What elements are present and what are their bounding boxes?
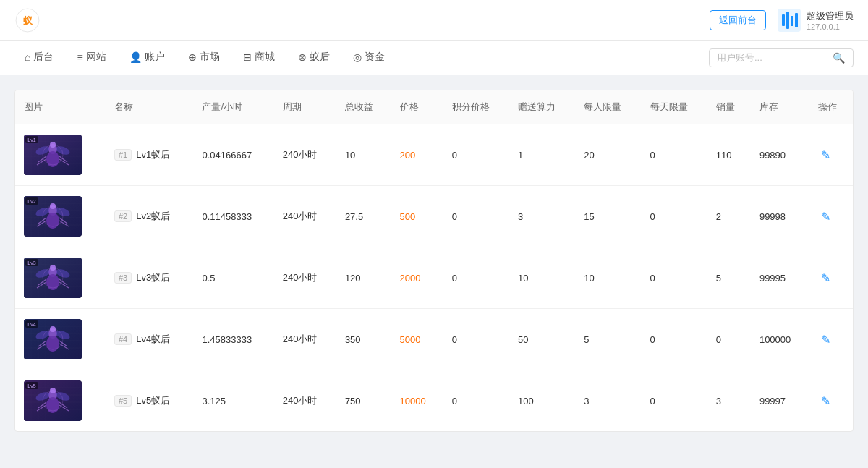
cell-cycle: 240小时 bbox=[274, 124, 336, 186]
cell-income: 120 bbox=[336, 247, 391, 309]
ant-icon: ⊛ bbox=[298, 51, 307, 63]
cell-daily-limit: 0 bbox=[642, 370, 707, 432]
nav-item-dashboard[interactable]: ⌂ 后台 bbox=[14, 41, 64, 75]
cell-income: 10 bbox=[336, 124, 391, 186]
svg-text:Lv1: Lv1 bbox=[27, 137, 35, 142]
item-badge: #1 bbox=[114, 149, 132, 161]
cell-price: 5000 bbox=[391, 309, 443, 370]
item-name-text: Lv4蚁后 bbox=[136, 333, 170, 346]
nav-item-shop[interactable]: ⊟ 商城 bbox=[233, 41, 285, 75]
cell-production: 3.125 bbox=[193, 370, 273, 432]
cell-image: Lv4 bbox=[15, 309, 106, 370]
search-input[interactable] bbox=[717, 52, 833, 63]
table-row: Lv3 #3 Lv3蚁后 0.5 240小时 120 2000 0 10 10 … bbox=[15, 247, 853, 309]
svg-rect-5 bbox=[791, 16, 793, 26]
product-image: Lv1 bbox=[24, 135, 82, 175]
cell-points-price: 0 bbox=[443, 247, 509, 309]
cell-points-price: 0 bbox=[443, 309, 509, 370]
col-production: 产量/小时 bbox=[193, 90, 273, 124]
edit-button[interactable]: ✎ bbox=[818, 330, 833, 349]
logo-icon: 蚁 bbox=[14, 7, 41, 33]
cell-price: 10000 bbox=[391, 370, 443, 432]
product-image: Lv4 bbox=[24, 319, 82, 359]
cell-action[interactable]: ✎ bbox=[809, 370, 853, 432]
item-badge: #3 bbox=[114, 272, 132, 284]
back-button[interactable]: 返回前台 bbox=[710, 10, 766, 30]
nav-item-funds[interactable]: ◎ 资金 bbox=[343, 41, 395, 75]
cell-bonus-power: 1 bbox=[509, 124, 575, 186]
item-name-text: Lv3蚁后 bbox=[136, 271, 170, 284]
cell-price: 200 bbox=[391, 124, 443, 186]
col-bonus: 赠送算力 bbox=[509, 90, 575, 124]
cell-action[interactable]: ✎ bbox=[809, 124, 853, 186]
cell-bonus-power: 3 bbox=[509, 186, 575, 247]
svg-text:Lv4: Lv4 bbox=[27, 322, 35, 327]
cell-stock: 99995 bbox=[751, 247, 809, 309]
cell-action[interactable]: ✎ bbox=[809, 309, 853, 370]
col-action: 操作 bbox=[809, 90, 853, 124]
svg-rect-6 bbox=[795, 13, 798, 27]
cell-image: Lv3 bbox=[15, 247, 106, 309]
svg-text:Lv5: Lv5 bbox=[27, 383, 35, 388]
svg-text:Lv3: Lv3 bbox=[27, 260, 35, 265]
cell-sales: 110 bbox=[707, 124, 751, 186]
search-icon: 🔍 bbox=[833, 52, 845, 64]
cell-per-person: 15 bbox=[575, 186, 641, 247]
item-name-text: Lv5蚁后 bbox=[136, 394, 170, 407]
admin-text: 超级管理员 127.0.0.1 bbox=[807, 9, 854, 31]
svg-point-56 bbox=[46, 274, 59, 290]
nav-label-market: 市场 bbox=[200, 51, 220, 64]
menu-icon: ≡ bbox=[77, 51, 82, 63]
svg-rect-4 bbox=[786, 12, 789, 29]
data-card: 图片 名称 产量/小时 周期 总收益 价格 积分价格 赠送算力 每人限量 每天限… bbox=[14, 90, 854, 432]
product-image: Lv2 bbox=[24, 196, 82, 237]
cell-production: 1.45833333 bbox=[193, 309, 273, 370]
cell-cycle: 240小时 bbox=[274, 370, 336, 432]
svg-text:Lv2: Lv2 bbox=[27, 199, 35, 204]
nav-label-dashboard: 后台 bbox=[33, 51, 54, 64]
cell-name: #2 Lv2蚁后 bbox=[106, 186, 194, 247]
user-icon: 👤 bbox=[129, 51, 142, 63]
svg-text:蚁: 蚁 bbox=[23, 15, 33, 26]
svg-point-96 bbox=[46, 397, 59, 413]
products-table: 图片 名称 产量/小时 周期 总收益 价格 积分价格 赠送算力 每人限量 每天限… bbox=[15, 90, 853, 431]
cell-sales: 2 bbox=[707, 186, 751, 247]
product-image: Lv3 bbox=[24, 258, 82, 298]
edit-button[interactable]: ✎ bbox=[818, 207, 833, 226]
cell-name: #1 Lv1蚁后 bbox=[106, 124, 194, 186]
logo-area: 蚁 bbox=[14, 7, 41, 33]
cell-bonus-power: 50 bbox=[509, 309, 575, 370]
cell-per-person: 3 bbox=[575, 370, 641, 432]
col-cycle: 周期 bbox=[274, 90, 336, 124]
col-sales: 销量 bbox=[707, 90, 751, 124]
table-row: Lv1 #1 Lv1蚁后 0.04166667 240小时 10 200 0 1… bbox=[15, 124, 853, 186]
item-name-text: Lv2蚁后 bbox=[136, 210, 170, 223]
nav-item-market[interactable]: ⊕ 市场 bbox=[178, 41, 230, 75]
col-image: 图片 bbox=[15, 90, 106, 124]
admin-ip: 127.0.0.1 bbox=[807, 22, 854, 31]
cell-production: 0.11458333 bbox=[193, 186, 273, 247]
cell-bonus-power: 100 bbox=[509, 370, 575, 432]
edit-button[interactable]: ✎ bbox=[818, 145, 833, 165]
nav-item-ant[interactable]: ⊛ 蚁后 bbox=[288, 41, 340, 75]
search-box[interactable]: 🔍 bbox=[709, 48, 854, 67]
main-content: 图片 名称 产量/小时 周期 总收益 价格 积分价格 赠送算力 每人限量 每天限… bbox=[0, 75, 868, 446]
cell-production: 0.5 bbox=[193, 247, 273, 309]
cell-stock: 99998 bbox=[751, 186, 809, 247]
cell-stock: 99997 bbox=[751, 370, 809, 432]
admin-name: 超级管理员 bbox=[807, 9, 854, 22]
nav-label-shop: 商城 bbox=[255, 51, 275, 64]
item-name-text: Lv1蚁后 bbox=[136, 148, 170, 161]
navigation: ⌂ 后台 ≡ 网站 👤 账户 ⊕ 市场 ⊟ 商城 ⊛ 蚁后 ◎ 资金 🔍 bbox=[0, 41, 868, 75]
cell-name: #4 Lv4蚁后 bbox=[106, 309, 194, 370]
nav-item-website[interactable]: ≡ 网站 bbox=[67, 41, 116, 75]
item-badge: #5 bbox=[114, 395, 132, 407]
cell-daily-limit: 0 bbox=[642, 124, 707, 186]
cell-points-price: 0 bbox=[443, 186, 509, 247]
cell-income: 350 bbox=[336, 309, 391, 370]
nav-item-account[interactable]: 👤 账户 bbox=[119, 41, 175, 75]
cell-action[interactable]: ✎ bbox=[809, 247, 853, 309]
edit-button[interactable]: ✎ bbox=[818, 268, 833, 288]
cell-action[interactable]: ✎ bbox=[809, 186, 853, 247]
edit-button[interactable]: ✎ bbox=[818, 391, 833, 411]
